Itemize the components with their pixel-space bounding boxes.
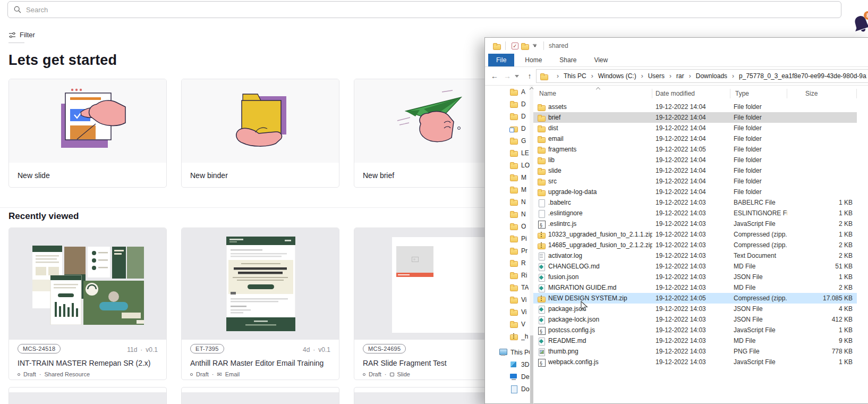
breadcrumb-item[interactable]: rar (665, 72, 684, 80)
file-row[interactable]: .eslintignore 19-12-2022 14:03 ESLINTIGN… (533, 208, 857, 218)
recent-locations-chevron-icon[interactable] (515, 75, 519, 78)
new-slide-card[interactable]: New slide (8, 79, 167, 188)
file-type: File folder (730, 176, 787, 187)
recent-card-anthill[interactable]: ET-7395 4d · v0.1 Anthill RAR Master Edi… (181, 228, 339, 380)
tree-item[interactable]: Documents (485, 383, 530, 395)
tree-item[interactable]: LE (485, 147, 530, 159)
tree-item[interactable]: O (485, 220, 530, 232)
column-header-size[interactable]: Size (787, 86, 857, 102)
quick-access-new-folder-icon[interactable] (521, 42, 530, 50)
file-row[interactable]: slide 19-12-2022 14:04 File folder (533, 165, 857, 176)
tree-item-icon (509, 222, 518, 230)
quick-access-properties-icon[interactable]: ✓ (512, 43, 518, 49)
file-row[interactable]: package-lock.json 19-12-2022 14:03 JSON … (533, 314, 857, 325)
column-header-type[interactable]: Type (730, 86, 787, 102)
ribbon-tab[interactable]: View (587, 54, 615, 66)
file-row[interactable]: README.md 19-12-2022 14:03 MD File 9 KB (533, 335, 857, 346)
file-size: 4 KB (787, 304, 857, 314)
notification-bell-icon[interactable]: 8 (850, 11, 868, 35)
file-row[interactable]: fragments 19-12-2022 14:05 File folder (533, 144, 857, 155)
quick-access-dropdown-icon[interactable] (533, 44, 537, 47)
breadcrumb-item[interactable]: This PC (552, 72, 586, 80)
search-bar[interactable] (7, 1, 841, 18)
file-row[interactable]: webpack.config.js 19-12-2022 14:03 JavaS… (533, 357, 857, 367)
card-title: RAR Slide Fragment Test (363, 359, 505, 367)
partial-card[interactable] (8, 387, 167, 404)
file-row[interactable]: postcss.config.js 19-12-2022 14:03 JavaS… (533, 325, 857, 335)
search-input[interactable] (26, 6, 836, 14)
explorer-titlebar[interactable]: ✓ shared (485, 38, 868, 54)
file-row[interactable]: lib 19-12-2022 14:04 File folder (533, 155, 857, 165)
file-row[interactable]: email 19-12-2022 14:04 File folder (533, 133, 857, 144)
tree-item-icon (509, 161, 518, 169)
breadcrumb-item[interactable]: Users (636, 72, 665, 80)
file-type-icon (537, 220, 546, 228)
file-row[interactable]: src 19-12-2022 14:04 File folder (533, 176, 857, 187)
tree-item[interactable]: D (485, 98, 530, 110)
file-row[interactable]: upgrade-log-data 19-12-2022 14:04 File f… (533, 187, 857, 197)
new-binder-card[interactable]: New binder (181, 79, 339, 188)
tree-item[interactable]: This PC (485, 346, 530, 358)
meta-separator: · (39, 371, 41, 377)
back-icon[interactable]: ← (488, 72, 501, 80)
tree-item[interactable]: A (485, 86, 530, 98)
tree-item[interactable]: TA (485, 281, 530, 293)
forward-icon[interactable]: → (501, 72, 514, 80)
ribbon-tab[interactable]: Share (552, 54, 583, 66)
breadcrumb-item[interactable]: Downloads (684, 72, 727, 80)
file-date-modified: 19-12-2022 14:05 (652, 293, 730, 304)
tree-item[interactable]: D (485, 110, 530, 122)
up-icon[interactable]: ↑ (523, 72, 536, 80)
file-row[interactable]: assets 19-12-2022 14:04 File folder (533, 102, 857, 112)
column-header-name[interactable]: Name (537, 86, 652, 102)
tree-item-label: M (521, 186, 526, 193)
tree-item[interactable]: _h (485, 330, 530, 342)
file-row[interactable]: 10323_upgraded_fusion_to_2.1.1.zip 19-12… (533, 229, 857, 240)
file-type: File folder (730, 133, 787, 144)
file-row[interactable]: 14685_upgraded_fusion_to_2.1.2.zip 19-12… (533, 240, 857, 250)
address-bar[interactable]: This PCWindows (C:)UsersrarDownloadsp_75… (536, 69, 868, 83)
file-row[interactable]: .babelrc 19-12-2022 14:03 BABELRC File 1… (533, 197, 857, 208)
file-size: 9 KB (787, 335, 857, 346)
tree-item[interactable]: Pr (485, 245, 530, 257)
tree-item[interactable]: Ri (485, 269, 530, 281)
tree-item[interactable]: M (485, 183, 530, 196)
tree-item[interactable]: Pi (485, 232, 530, 245)
file-row[interactable]: .eslintrc.js 19-12-2022 14:03 JavaScript… (533, 218, 857, 229)
breadcrumb-item[interactable]: p_75778_0_3_ea1f8e70-ee99-43de-980d-9a1f… (727, 72, 867, 80)
filter-button[interactable]: Filter (8, 31, 35, 43)
tree-item-icon (509, 173, 518, 181)
tree-item[interactable]: R (485, 257, 530, 269)
file-type-icon (537, 167, 546, 175)
tree-item[interactable]: V (485, 318, 530, 330)
file-row[interactable]: thumb.png 19-12-2022 14:03 PNG File 778 … (533, 346, 857, 357)
file-date-modified: 19-12-2022 14:04 (652, 165, 730, 176)
tree-item[interactable]: Vi (485, 293, 530, 306)
recent-card-remepan[interactable]: MCS-24518 11d · v0.1 INT-TRAIN MASTER Re… (8, 228, 167, 380)
file-row[interactable]: CHANGELOG.md 19-12-2022 14:03 MD File 51… (533, 261, 857, 272)
file-type: File folder (730, 144, 787, 155)
ribbon-tab[interactable]: Home (518, 54, 549, 66)
tree-item[interactable]: Vi (485, 306, 530, 318)
file-row[interactable]: dist 19-12-2022 14:04 File folder (533, 123, 857, 133)
tree-item[interactable]: LO (485, 159, 530, 171)
file-name: 14685_upgraded_fusion_to_2.1.2.zip (548, 240, 652, 250)
tree-item[interactable]: 3D Objects (485, 358, 530, 371)
tree-item[interactable]: M (485, 171, 530, 183)
tree-item-label: Vi (521, 296, 526, 304)
file-rows: assets 19-12-2022 14:04 File folder brie… (533, 102, 868, 367)
file-row[interactable]: MIGRATION GUIDE.md 19-12-2022 14:03 MD F… (533, 282, 857, 293)
file-type-icon (537, 294, 546, 302)
column-header-date-modified[interactable]: Date modified (652, 86, 730, 102)
ribbon-tab[interactable]: File (488, 54, 514, 66)
tree-item[interactable]: Desktop (485, 371, 530, 383)
tree-item[interactable]: D (485, 122, 530, 134)
file-row[interactable]: brief 19-12-2022 14:04 File folder (533, 112, 857, 123)
file-row[interactable]: activator.log 19-12-2022 14:03 Text Docu… (533, 250, 857, 261)
partial-card[interactable] (181, 387, 339, 404)
tree-item[interactable]: N (485, 196, 530, 208)
tree-item[interactable]: G (485, 134, 530, 147)
breadcrumb-item[interactable]: Windows (C:) (586, 72, 636, 80)
tree-item[interactable]: N (485, 208, 530, 220)
file-row[interactable]: fusion.json 19-12-2022 14:03 JSON File 1… (533, 272, 857, 282)
